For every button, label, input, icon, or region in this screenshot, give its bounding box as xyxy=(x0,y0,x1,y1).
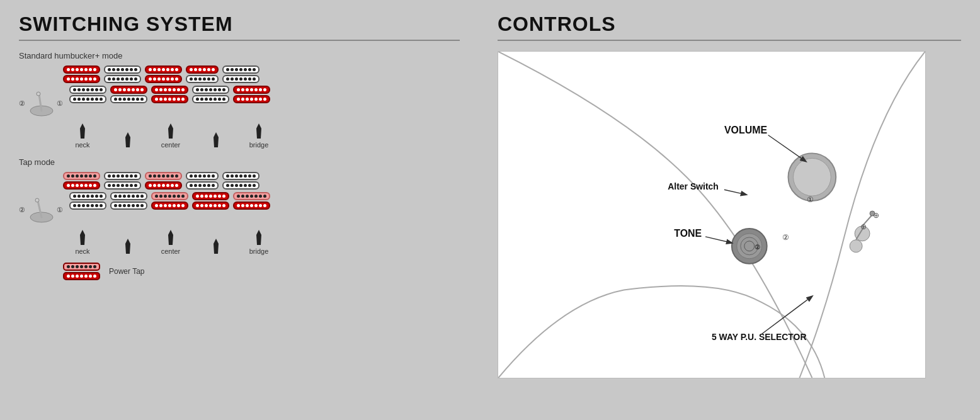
coil xyxy=(110,86,147,94)
tap-row2-pickups xyxy=(69,192,270,210)
tap-fin-svg1 xyxy=(76,229,89,246)
fin-svg-4 xyxy=(212,131,220,149)
svg-point-10 xyxy=(35,198,39,202)
coil xyxy=(104,181,141,190)
coil xyxy=(192,86,229,94)
left-panel: SWITCHING SYSTEM Standard humbucker+ mod… xyxy=(0,0,479,420)
switching-system-title: SWITCHING SYSTEM xyxy=(19,13,460,36)
tap-fins-row: neck center xyxy=(63,229,460,255)
coil xyxy=(69,86,106,94)
tap-fin2 xyxy=(108,237,147,255)
bridge-fin-label: bridge xyxy=(239,122,278,149)
svg-line-30 xyxy=(768,135,806,161)
bridge-label: bridge xyxy=(249,141,269,149)
legend-label: Power Tap xyxy=(109,267,144,276)
standard-row2-with-switch: ② ① xyxy=(19,86,460,118)
coil xyxy=(222,172,259,180)
coil xyxy=(69,201,106,210)
switch-label-1: ① xyxy=(57,99,63,108)
tap-ww2-top xyxy=(222,172,259,190)
tap-center-label: center xyxy=(161,247,181,255)
svg-marker-14 xyxy=(214,239,219,254)
coil xyxy=(233,95,270,103)
coil xyxy=(192,95,229,103)
tap-row2-with-switch: ② ① xyxy=(19,192,460,225)
coil xyxy=(151,86,188,94)
standard-ww-top xyxy=(222,65,259,83)
t-r2-ww xyxy=(69,192,106,210)
s-r2-rw xyxy=(110,86,147,103)
tap-switch-graphic: ② ① xyxy=(19,195,63,225)
standard-row1 xyxy=(63,65,460,83)
svg-text:Alter Switch: Alter Switch xyxy=(668,181,719,191)
tap-ww-top xyxy=(186,172,219,190)
controls-title: CONTROLS xyxy=(498,13,961,36)
coil xyxy=(233,86,270,94)
coil xyxy=(63,181,100,190)
center-fin-label: center xyxy=(151,122,190,149)
coil xyxy=(186,65,219,74)
tap-w1-top xyxy=(104,172,141,190)
svg-marker-3 xyxy=(80,123,85,139)
controls-diagram: ② ⊕ ⊕ VOLUME Alter Switch TONE 5 WAY P. xyxy=(498,51,926,378)
standard-fins-row: neck center xyxy=(63,122,460,149)
svg-marker-6 xyxy=(214,132,219,147)
coil xyxy=(110,201,147,210)
coil xyxy=(110,192,147,200)
center-label: center xyxy=(161,141,181,149)
mode1-label: Standard humbucker+ mode xyxy=(19,51,460,60)
svg-line-36 xyxy=(762,297,812,334)
coil xyxy=(104,75,141,83)
mode2-label: Tap mode xyxy=(19,157,460,167)
svg-point-17 xyxy=(794,158,831,196)
coil xyxy=(233,192,270,200)
tap-neck-fin: neck xyxy=(63,229,102,255)
fin-svg-3 xyxy=(166,122,176,140)
coil xyxy=(145,181,182,190)
legend: Power Tap xyxy=(63,263,460,280)
coil xyxy=(192,201,229,210)
svg-text:①: ① xyxy=(807,195,814,204)
coil xyxy=(110,95,147,103)
t-r2-pr2 xyxy=(233,192,270,210)
s-r2-ww xyxy=(69,86,106,103)
tap-center-fin: center xyxy=(151,229,190,255)
tap-fin-svg3 xyxy=(166,229,176,246)
standard-rw1-top xyxy=(186,65,219,83)
legend-coil-top xyxy=(63,263,100,271)
svg-text:②: ② xyxy=(755,244,760,251)
tap-bridge-label: bridge xyxy=(249,247,269,255)
standard-mode-section: Standard humbucker+ mode xyxy=(19,51,460,149)
s-r2-rr2 xyxy=(233,86,270,103)
svg-marker-4 xyxy=(125,132,130,147)
coil xyxy=(222,65,259,74)
coil xyxy=(186,181,219,190)
coil xyxy=(145,75,182,83)
coil xyxy=(233,201,270,210)
tap-switch-2: ② xyxy=(19,206,25,214)
svg-marker-5 xyxy=(168,123,173,139)
tap-fin-svg4 xyxy=(212,237,220,255)
coil xyxy=(186,172,219,180)
svg-text:⊕: ⊕ xyxy=(860,222,867,231)
switch-svg xyxy=(28,88,55,118)
coil xyxy=(145,65,182,74)
neck-label: neck xyxy=(75,141,89,149)
standard-w1-top xyxy=(104,65,141,83)
tap-fin-svg2 xyxy=(123,237,133,255)
coil xyxy=(186,75,219,83)
coil xyxy=(222,181,259,190)
coil xyxy=(145,172,182,180)
s-r2-rr xyxy=(151,86,188,103)
right-divider xyxy=(498,40,961,41)
svg-marker-7 xyxy=(256,123,261,139)
tap-center-top xyxy=(145,172,182,190)
legend-coil-icon xyxy=(63,263,100,280)
coil xyxy=(69,95,106,103)
svg-text:⊕: ⊕ xyxy=(873,211,879,220)
legend-coil-bottom xyxy=(63,272,100,280)
t-r2-pr xyxy=(151,192,188,210)
svg-text:5 WAY P.U. SELECTOR: 5 WAY P.U. SELECTOR xyxy=(712,332,807,342)
tap-fin4 xyxy=(197,237,236,255)
tap-row1 xyxy=(63,172,460,190)
